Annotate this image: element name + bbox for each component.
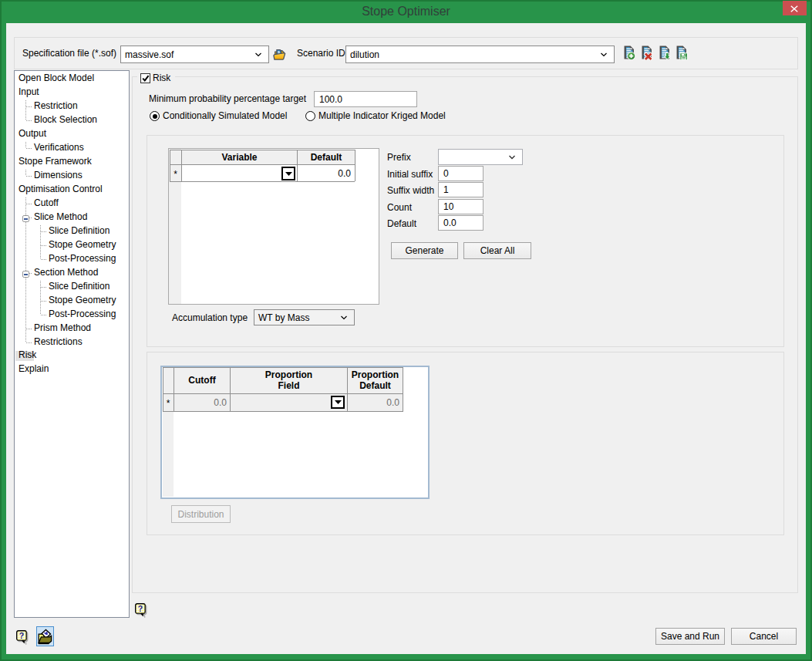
svg-text:?: ? [138, 604, 143, 613]
svg-text:?: ? [19, 631, 24, 640]
